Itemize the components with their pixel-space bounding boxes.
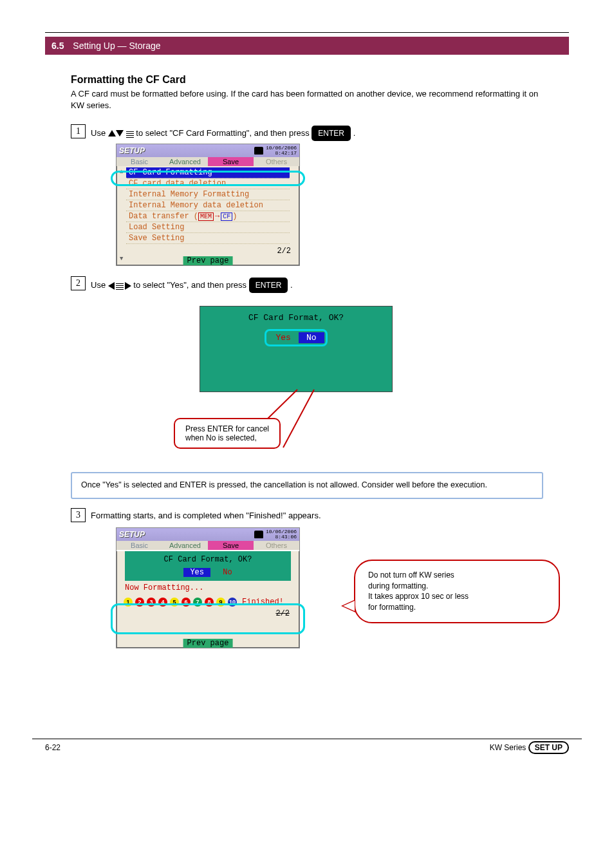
enter-button: ENTER <box>312 126 351 141</box>
menu-data-transfer[interactable]: Data transfer (MEM→CF) <box>126 211 290 222</box>
footer-product: KW Series <box>490 743 528 752</box>
confirm-dialog: CF Card Format, OK? Yes No <box>200 306 393 392</box>
confirm-panel: CF Card Format, OK? Yes No <box>125 551 291 581</box>
progress-row: 12345678910Finished! <box>117 595 299 609</box>
tab-basic[interactable]: Basic <box>116 541 162 550</box>
scroll-down-icon: ▼ <box>120 256 123 262</box>
screen-title: SETUP <box>119 530 254 539</box>
progress-circle: 9 <box>216 598 225 607</box>
finished-label: Finished! <box>242 598 284 607</box>
progress-circle: 5 <box>170 598 179 607</box>
warning-bubble: Do not turn off KW series during formatt… <box>354 560 560 623</box>
yes-button[interactable]: Yes <box>268 332 298 343</box>
warning-box: Once "Yes" is selected and ENTER is pres… <box>71 472 543 499</box>
panel-title: CF Card Format, OK? <box>129 555 287 564</box>
page-title: Formatting the CF Card <box>71 74 543 86</box>
enter-button: ENTER <box>249 278 288 293</box>
progress-circle: 7 <box>193 598 202 607</box>
dialog-title: CF Card Format, OK? <box>207 313 386 323</box>
card-icon <box>254 531 263 538</box>
prev-page-button[interactable]: Prev page <box>183 639 233 648</box>
tab-advanced[interactable]: Advanced <box>162 157 208 166</box>
tab-bar: Basic Advanced Save Others <box>116 541 299 550</box>
tab-others[interactable]: Others <box>254 541 299 550</box>
prev-page-button[interactable]: Prev page <box>183 256 233 265</box>
yes-button[interactable]: Yes <box>183 568 210 577</box>
setup-screen-1: SETUP 10/06/20068:42:17 Basic Advanced S… <box>116 144 300 266</box>
setup-badge: SET UP <box>528 741 569 754</box>
progress-circle: 3 <box>147 598 156 607</box>
progress-circle: 2 <box>135 598 144 607</box>
page-description: A CF card must be formatted before using… <box>71 88 543 111</box>
menu-load-setting[interactable]: Load Setting <box>126 222 290 233</box>
section-title: Setting Up — Storage <box>73 41 160 51</box>
step2-text: Use to select "Yes", and then press ENTE… <box>91 276 543 293</box>
page-indicator: 2/2 <box>117 609 299 618</box>
footer-page: 6-22 <box>45 743 60 752</box>
bubble-tail-icon <box>341 599 355 612</box>
progress-circle: 4 <box>158 598 167 607</box>
tab-bar: Basic Advanced Save Others <box>116 157 299 166</box>
now-formatting-label: Now Formatting... <box>117 581 299 595</box>
page-footer: 6-22 KW Series SET UP <box>32 739 582 752</box>
up-down-arrows-icon <box>108 130 134 138</box>
tab-advanced[interactable]: Advanced <box>162 541 208 550</box>
screen-datetime: 10/06/20068:43:06 <box>266 529 297 540</box>
setup-screen-2: SETUP 10/06/20068:43:06 Basic Advanced S… <box>116 527 300 648</box>
card-icon <box>254 147 263 155</box>
section-number: 6.5 <box>51 41 64 51</box>
tab-save[interactable]: Save <box>208 157 254 166</box>
progress-circle: 6 <box>181 598 191 607</box>
menu-mem-format[interactable]: Internal Memory Formatting <box>126 189 290 200</box>
step1-text: Use to select "CF Card Formatting", and … <box>91 124 543 141</box>
no-button[interactable]: No <box>299 332 324 343</box>
no-button[interactable]: No <box>223 568 232 577</box>
left-right-arrows-icon <box>108 282 131 290</box>
section-bar: 6.5 Setting Up — Storage <box>45 37 569 55</box>
menu-mem-delete[interactable]: Internal Memory data deletion <box>126 200 290 211</box>
scroll-up-icon: ▲ <box>120 169 123 175</box>
step-number: 3 <box>71 508 86 522</box>
page-indicator: 2/2 <box>277 247 291 256</box>
menu-cf-format[interactable]: CF Card Formatting <box>126 167 290 178</box>
tab-save[interactable]: Save <box>208 541 254 550</box>
menu-cf-delete[interactable]: CF card data deletion <box>126 178 290 189</box>
progress-circle: 1 <box>124 598 133 607</box>
yes-no-highlight: Yes No <box>265 329 327 346</box>
menu-save-setting[interactable]: Save Setting <box>126 233 290 244</box>
step-number: 1 <box>71 124 86 138</box>
progress-circle: 8 <box>205 598 214 607</box>
progress-circle: 10 <box>228 598 237 607</box>
screen-title: SETUP <box>119 146 254 155</box>
tab-basic[interactable]: Basic <box>116 157 162 166</box>
callout-cancel: Press ENTER for cancel when No is select… <box>174 418 281 449</box>
step-number: 2 <box>71 276 86 290</box>
step3-text: Formatting starts, and is completed when… <box>91 508 543 522</box>
screen-datetime: 10/06/20068:42:17 <box>266 146 297 156</box>
tab-others[interactable]: Others <box>254 157 299 166</box>
